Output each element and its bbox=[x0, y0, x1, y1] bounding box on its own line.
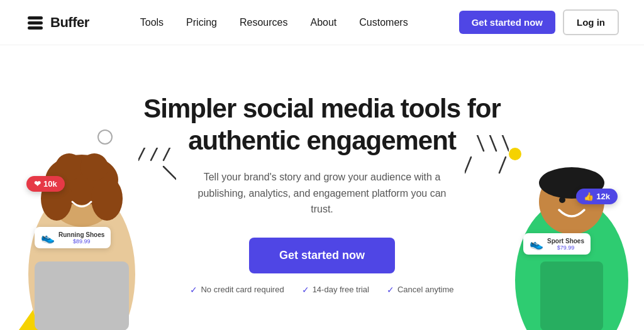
svg-line-13 bbox=[164, 148, 170, 160]
nav-links: Tools Pricing Resources About Customers bbox=[140, 17, 408, 28]
nav-tools[interactable]: Tools bbox=[140, 17, 164, 28]
nav-get-started-button[interactable]: Get started now bbox=[459, 11, 555, 34]
likes-badge-left: ❤ 10k bbox=[26, 176, 65, 192]
svg-point-9 bbox=[80, 153, 108, 181]
nav-about[interactable]: About bbox=[311, 17, 337, 28]
thumbs-up-icon: 👍 bbox=[584, 192, 594, 201]
svg-line-17 bbox=[477, 135, 484, 151]
hero-title: Simpler social media tools for authentic… bbox=[143, 93, 501, 157]
check-icon-3: ✓ bbox=[387, 285, 394, 295]
svg-line-16 bbox=[490, 135, 496, 151]
hero-cta-button[interactable]: Get started now bbox=[249, 238, 395, 273]
nav-resources[interactable]: Resources bbox=[240, 17, 287, 28]
logo[interactable]: Buffer bbox=[25, 13, 89, 33]
hero-section: ❤ 10k 👟 Running Shoes $89.99 bbox=[0, 45, 644, 330]
logo-text: Buffer bbox=[50, 14, 89, 31]
svg-point-23 bbox=[559, 197, 565, 203]
shoe-icon-right: 👟 bbox=[530, 237, 543, 251]
svg-rect-0 bbox=[28, 16, 43, 19]
svg-rect-10 bbox=[35, 261, 129, 330]
svg-line-19 bbox=[499, 157, 506, 173]
nav-actions: Get started now Log in bbox=[459, 9, 619, 35]
check-icon-2: ✓ bbox=[302, 285, 309, 295]
shoe-card-right: 👟 Sport Shoes $79.99 bbox=[523, 233, 591, 255]
buffer-logo-icon bbox=[25, 13, 45, 33]
check-icon-1: ✓ bbox=[190, 285, 197, 295]
hero-subtitle: Tell your brand's story and grow your au… bbox=[190, 169, 454, 217]
svg-line-18 bbox=[465, 157, 471, 173]
svg-point-7 bbox=[91, 177, 123, 221]
svg-line-15 bbox=[502, 135, 509, 151]
heart-icon: ❤ bbox=[34, 179, 41, 189]
hero-feature-trial: ✓ 14-day free trial bbox=[302, 285, 369, 295]
svg-rect-1 bbox=[28, 21, 43, 25]
nav-customers[interactable]: Customers bbox=[359, 17, 408, 28]
navbar: Buffer Tools Pricing Resources About Cus… bbox=[0, 0, 644, 45]
shoe-icon-left: 👟 bbox=[41, 231, 55, 245]
shoe-card-left: 👟 Running Shoes $89.99 bbox=[35, 227, 111, 248]
nav-pricing[interactable]: Pricing bbox=[186, 17, 217, 28]
svg-rect-2 bbox=[28, 26, 43, 30]
hero-feature-no-cc: ✓ No credit card required bbox=[190, 285, 284, 295]
nav-login-button[interactable]: Log in bbox=[563, 9, 619, 35]
likes-badge-right: 👍 12k bbox=[576, 189, 618, 204]
deco-lines-right bbox=[465, 135, 509, 179]
hero-features: ✓ No credit card required ✓ 14-day free … bbox=[190, 285, 453, 295]
circle-decoration-left bbox=[97, 129, 113, 145]
svg-line-14 bbox=[164, 167, 176, 179]
svg-line-12 bbox=[151, 148, 157, 160]
svg-rect-25 bbox=[540, 261, 603, 330]
hero-feature-cancel: ✓ Cancel anytime bbox=[387, 285, 454, 295]
